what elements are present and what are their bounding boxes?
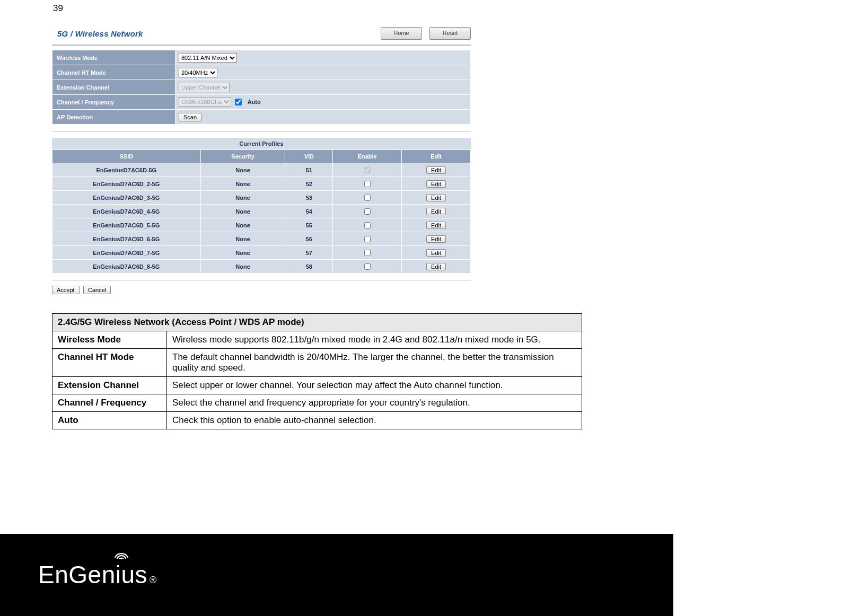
cell-enable [333, 205, 402, 218]
desc-key: Channel HT Mode [52, 349, 167, 377]
extension-channel-select: Upper Channel [179, 83, 230, 92]
cell-security: None [200, 163, 285, 177]
desc-value: The default channel bandwidth is 20/40MH… [167, 349, 582, 377]
cell-edit: Edit [402, 218, 471, 232]
description-table: 2.4G/5G Wireless Network (Access Point /… [52, 313, 582, 429]
cell-security: None [200, 232, 285, 246]
cell-ssid: EnGeniusD7AC6D_3-5G [52, 191, 201, 205]
edit-button[interactable]: Edit [426, 180, 446, 188]
cell-vid: 54 [285, 205, 333, 218]
edit-button[interactable]: Edit [426, 263, 446, 270]
cell-ssid: EnGeniusD7AC6D_2-5G [52, 177, 201, 191]
cell-security: None [200, 260, 285, 274]
auto-label: Auto [248, 99, 261, 105]
accept-button[interactable]: Accept [52, 286, 80, 294]
enable-checkbox[interactable] [364, 263, 371, 270]
auto-checkbox[interactable] [235, 99, 242, 105]
cell-edit: Edit [402, 260, 471, 274]
wireless-mode-select[interactable]: 802.11 A/N Mixed [179, 53, 237, 63]
enable-checkbox[interactable] [364, 222, 371, 228]
cell-edit: Edit [402, 205, 471, 218]
table-row: EnGeniusD7AC6D_8-5GNone58Edit [52, 260, 471, 274]
cell-enable [333, 232, 402, 246]
cell-vid: 53 [285, 191, 333, 205]
cell-ssid: EnGeniusD7AC6D_5-5G [52, 218, 201, 232]
cell-vid: 57 [285, 246, 333, 260]
cell-vid: 56 [285, 232, 333, 246]
col-edit: Edit [402, 150, 471, 163]
enable-checkbox[interactable] [364, 250, 371, 256]
scan-button[interactable]: Scan [179, 113, 201, 121]
cell-enable [333, 163, 402, 177]
cell-edit: Edit [402, 246, 471, 260]
col-security: Security [200, 150, 285, 163]
enable-checkbox[interactable] [364, 167, 371, 173]
settings-table: Wireless Mode 802.11 A/N Mixed Channel H… [52, 50, 471, 125]
cell-ssid: EnGeniusD7AC6D_6-5G [52, 232, 201, 246]
cell-ssid: EnGeniusD7AC6D_8-5G [52, 260, 201, 274]
table-row: EnGeniusD7AC6D_7-5GNone57Edit [52, 246, 471, 260]
cancel-button[interactable]: Cancel [83, 286, 111, 294]
edit-button[interactable]: Edit [426, 194, 446, 201]
enable-checkbox[interactable] [364, 181, 371, 187]
cell-enable [333, 218, 402, 232]
cell-ssid: EnGeniusD7AC6D_4-5G [52, 205, 201, 218]
cell-security: None [200, 246, 285, 260]
router-panel: 5G / Wireless Network Home Reset Wireles… [52, 24, 471, 294]
panel-title: 5G / Wireless Network [52, 29, 143, 38]
cell-ssid: EnGeniusD7AC6D-5G [52, 163, 201, 177]
ap-detection-label: AP Detection [52, 110, 175, 125]
desc-key: Wireless Mode [52, 331, 167, 349]
home-button[interactable]: Home [381, 27, 422, 40]
desc-value: Wireless mode supports 802.11b/g/n mixed… [167, 331, 582, 349]
edit-button[interactable]: Edit [426, 235, 446, 243]
wifi-icon: i [116, 560, 121, 589]
table-row: EnGeniusD7AC6D_4-5GNone54Edit [52, 205, 471, 218]
channel-freq-select: Ch36-5180GHz [179, 97, 231, 107]
cell-vid: 52 [285, 177, 333, 191]
cell-enable [333, 177, 402, 191]
cell-security: None [200, 205, 285, 218]
table-row: EnGeniusD7AC6D_5-5GNone55Edit [52, 218, 471, 232]
cell-security: None [200, 218, 285, 232]
profiles-caption: Current Profiles [52, 138, 471, 149]
table-row: EnGeniusD7AC6D-5GNone51Edit [52, 163, 471, 177]
reset-button[interactable]: Reset [429, 27, 471, 40]
profiles-table: SSID Security VID Enable Edit EnGeniusD7… [52, 149, 471, 274]
desc-value: Select upper or lower channel. Your sele… [167, 377, 582, 394]
desc-key: Extension Channel [52, 377, 167, 394]
cell-edit: Edit [402, 163, 471, 177]
table-row: EnGeniusD7AC6D_6-5GNone56Edit [52, 232, 471, 246]
edit-button[interactable]: Edit [426, 249, 446, 257]
table-row: EnGeniusD7AC6D_3-5GNone53Edit [52, 191, 471, 205]
registered-icon: ® [150, 575, 157, 586]
enable-checkbox[interactable] [364, 236, 371, 242]
cell-security: None [200, 191, 285, 205]
cell-ssid: EnGeniusD7AC6D_7-5G [52, 246, 201, 260]
channel-freq-label: Channel / Frequency [52, 95, 175, 110]
cell-security: None [200, 177, 285, 191]
edit-button[interactable]: Edit [426, 222, 446, 229]
enable-checkbox[interactable] [364, 208, 371, 215]
desc-header: 2.4G/5G Wireless Network (Access Point /… [52, 314, 582, 331]
col-enable: Enable [333, 150, 402, 163]
desc-value: Select the channel and frequency appropr… [167, 394, 582, 412]
extension-channel-label: Extension Channel [52, 80, 175, 95]
edit-button[interactable]: Edit [426, 166, 446, 174]
desc-value: Check this option to enable auto-channel… [167, 412, 582, 429]
brand-text-b: us [121, 560, 147, 589]
enable-checkbox[interactable] [364, 195, 371, 201]
cell-vid: 58 [285, 260, 333, 274]
cell-edit: Edit [402, 232, 471, 246]
cell-edit: Edit [402, 177, 471, 191]
channel-ht-select[interactable]: 20/40MHz [179, 68, 217, 77]
col-vid: VID [285, 150, 333, 163]
edit-button[interactable]: Edit [426, 208, 446, 215]
cell-enable [333, 260, 402, 274]
cell-edit: Edit [402, 191, 471, 205]
cell-vid: 55 [285, 218, 333, 232]
desc-key: Auto [52, 412, 167, 429]
cell-vid: 51 [285, 163, 333, 177]
cell-enable [333, 246, 402, 260]
channel-ht-label: Channel HT Mode [52, 65, 175, 80]
